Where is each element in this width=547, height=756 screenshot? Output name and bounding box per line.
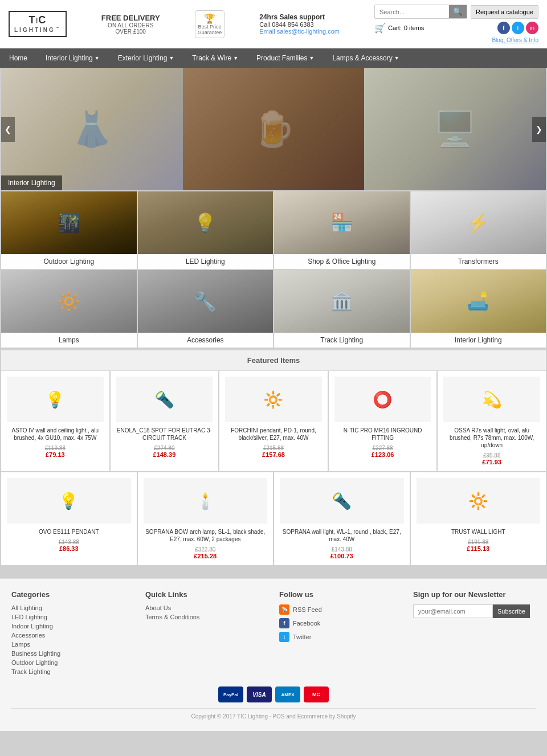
- rss-icon: 📡: [279, 604, 289, 615]
- category-outdoor-lighting[interactable]: 🌃 Outdoor Lighting: [1, 191, 137, 269]
- cart-icon: 🛒: [374, 23, 386, 34]
- category-grid-row2: 🔆 Lamps 🔧 Accessories 🏛️ Track Lighting …: [1, 270, 546, 348]
- footer: Categories All Lighting LED Lighting Ind…: [0, 578, 547, 731]
- footer-link-accessories[interactable]: Accessories: [11, 632, 134, 639]
- product-card[interactable]: 💫 OSSA R7s wall light, oval, alu brushed…: [438, 371, 546, 471]
- product-card[interactable]: 💡 ASTO IV wall and ceiling light , alu b…: [1, 371, 109, 471]
- products-row2: 💡 OVO ES111 PENDANT £143.88 £86.33 🕯️ SO…: [1, 472, 546, 565]
- product-price-new: £123.06: [334, 451, 431, 458]
- category-lamps-label: Lamps: [1, 333, 137, 348]
- product-price-old: £143.88: [280, 546, 404, 553]
- product-price-new: £79.13: [7, 451, 104, 458]
- chevron-down-icon: ▼: [169, 55, 174, 61]
- nav-item-home[interactable]: Home: [0, 48, 36, 68]
- footer-categories-title: Categories: [11, 590, 134, 599]
- product-card[interactable]: 🔆 TRUST WALL LIGHT £191.88 £115.13: [411, 472, 546, 565]
- facebook-footer-icon: f: [279, 618, 289, 628]
- product-price-old: £322.80: [144, 546, 268, 553]
- facebook-icon[interactable]: f: [497, 22, 510, 34]
- rss-link[interactable]: 📡 RSS Feed: [279, 604, 402, 615]
- footer-follow-us: Follow us 📡 RSS Feed f Facebook t Twitte…: [279, 590, 402, 677]
- footer-link-all-lighting[interactable]: All Lighting: [11, 604, 134, 611]
- category-accessories[interactable]: 🔧 Accessories: [138, 270, 274, 348]
- product-card[interactable]: 🔆 FORCHINI pendant, PD-1, round, black/s…: [219, 371, 328, 471]
- search-form: 🔍: [374, 5, 467, 19]
- best-price-badge: 🏆 Best Price Guarantee: [195, 10, 225, 38]
- category-grid-row1: 🌃 Outdoor Lighting 💡 LED Lighting 🏪 Shop…: [1, 191, 546, 269]
- category-shop-label: Shop & Office Lighting: [274, 254, 410, 269]
- footer-link-indoor[interactable]: Indoor Lighting: [11, 623, 134, 630]
- social-links: f t in: [497, 22, 538, 34]
- search-button[interactable]: 🔍: [449, 5, 467, 18]
- products-row1: 💡 ASTO IV wall and ceiling light , alu b…: [1, 371, 546, 471]
- chevron-down-icon: ▼: [309, 55, 314, 61]
- instagram-icon[interactable]: in: [526, 22, 538, 34]
- category-transformers-label: Transformers: [411, 254, 546, 269]
- visa-icon: VISA: [247, 686, 272, 702]
- footer-link-terms[interactable]: Terms & Conditions: [145, 614, 268, 620]
- hero-label: Interior Lighting: [1, 175, 62, 190]
- footer-link-outdoor[interactable]: Outdoor Lighting: [11, 659, 134, 666]
- footer-link-led[interactable]: LED Lighting: [11, 614, 134, 620]
- product-price-old: £143.88: [7, 539, 131, 545]
- product-card[interactable]: ⭕ N-TIC PRO MR16 INGROUND FITTING £227.8…: [329, 371, 437, 471]
- product-price-new: £215.28: [144, 553, 268, 559]
- category-track-label: Track Lighting: [274, 333, 410, 348]
- nav-item-lamps[interactable]: Lamps & Accessory▼: [323, 48, 408, 68]
- product-name: TRUST WALL LIGHT: [417, 528, 541, 536]
- hero-banner: ❮ 👗 🍺 🖥️ Interior Lighting ❯: [1, 68, 546, 190]
- product-name: SOPRANA BOW arch lamp, SL-1, black shade…: [144, 528, 268, 543]
- nav-item-exterior[interactable]: Exterior Lighting▼: [109, 48, 183, 68]
- category-interior-label: Interior Lighting: [411, 333, 546, 348]
- delivery-info: FREE DELIVERY ON ALL ORDERS OVER £100: [101, 14, 160, 35]
- footer-link-track[interactable]: Track Lighting: [11, 668, 134, 675]
- hero-arrow-left[interactable]: ❮: [1, 117, 15, 142]
- product-name: SOPRANA wall light, WL-1, round , black,…: [280, 528, 404, 543]
- facebook-link[interactable]: f Facebook: [279, 618, 402, 628]
- blog-link[interactable]: Blog, Offers & Info: [492, 37, 538, 43]
- footer-quick-title: Quick Links: [145, 590, 268, 599]
- category-interior-lighting[interactable]: 🛋️ Interior Lighting: [411, 270, 546, 348]
- footer-link-about[interactable]: About Us: [145, 604, 268, 611]
- footer-follow-title: Follow us: [279, 590, 402, 599]
- request-catalogue-button[interactable]: Request a catalogue: [471, 5, 538, 19]
- nav-item-interior[interactable]: Interior Lighting▼: [36, 48, 109, 68]
- featured-header: Featured Items: [1, 350, 546, 371]
- mastercard-icon: MC: [304, 686, 329, 702]
- payment-methods: PayPal VISA AMEX MC: [11, 686, 536, 702]
- nav-item-families[interactable]: Product Families▼: [247, 48, 323, 68]
- footer-newsletter-title: Sign up for our Newsletter: [413, 590, 536, 599]
- footer-link-lamps[interactable]: Lamps: [11, 641, 134, 648]
- cart-info[interactable]: 🛒 Cart: 0 items: [374, 23, 424, 34]
- product-card[interactable]: 🕯️ SOPRANA BOW arch lamp, SL-1, black sh…: [138, 472, 274, 565]
- nav-item-track[interactable]: Track & Wire▼: [183, 48, 247, 68]
- category-track-lighting[interactable]: 🏛️ Track Lighting: [274, 270, 410, 348]
- product-card[interactable]: 🔦 SOPRANA wall light, WL-1, round , blac…: [274, 472, 410, 565]
- newsletter-email-input[interactable]: [413, 604, 493, 618]
- product-price-new: £115.13: [417, 545, 541, 552]
- product-price-old: £215.88: [225, 445, 322, 451]
- chevron-down-icon: ▼: [233, 55, 238, 61]
- footer-newsletter: Sign up for our Newsletter Subscribe: [413, 590, 536, 677]
- product-price-new: £100.73: [280, 553, 404, 559]
- footer-link-business[interactable]: Business Lighting: [11, 650, 134, 657]
- logo[interactable]: TIC LIGHTING™: [9, 11, 67, 36]
- category-lamps[interactable]: 🔆 Lamps: [1, 270, 137, 348]
- hero-panel-1: 👗: [1, 68, 183, 190]
- category-shop-office[interactable]: 🏪 Shop & Office Lighting: [274, 191, 410, 269]
- category-transformers[interactable]: ⚡ Transformers: [411, 191, 546, 269]
- footer-copyright: Copyright © 2017 TIC Lighting · POS and …: [11, 708, 536, 720]
- product-card[interactable]: 💡 OVO ES111 PENDANT £143.88 £86.33: [1, 472, 137, 565]
- paypal-icon: PayPal: [218, 686, 243, 702]
- newsletter-subscribe-button[interactable]: Subscribe: [493, 604, 530, 618]
- product-card[interactable]: 🔦 ENOLA_C18 SPOT FOR EUTRAC 3-CIRCUIT TR…: [111, 371, 219, 471]
- header: TIC LIGHTING™ FREE DELIVERY ON ALL ORDER…: [0, 0, 547, 48]
- category-led-lighting[interactable]: 💡 LED Lighting: [138, 191, 274, 269]
- product-price-new: £86.33: [7, 545, 131, 552]
- hero-arrow-right[interactable]: ❯: [532, 117, 546, 142]
- search-input[interactable]: [375, 5, 449, 18]
- product-price-old: £191.88: [417, 539, 541, 545]
- twitter-icon[interactable]: t: [512, 22, 524, 34]
- product-name: ENOLA_C18 SPOT FOR EUTRAC 3-CIRCUIT TRAC…: [116, 427, 213, 442]
- twitter-link[interactable]: t Twitter: [279, 632, 402, 642]
